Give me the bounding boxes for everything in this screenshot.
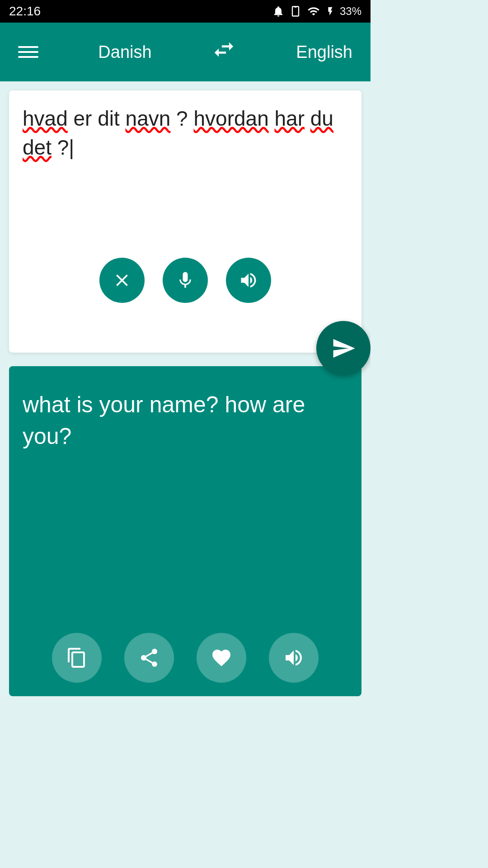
word-det: det: [23, 136, 52, 159]
time: 22:16: [9, 4, 41, 19]
word-hvordan: hvordan: [193, 107, 268, 130]
output-action-buttons: [23, 633, 348, 683]
output-text: what is your name? how are you?: [23, 389, 348, 615]
word-punct1: ?: [176, 107, 193, 130]
app-header: Danish English: [0, 23, 371, 81]
translate-button[interactable]: [316, 321, 371, 375]
cursor-char: ?|: [57, 136, 75, 159]
heart-icon: [211, 647, 232, 669]
copy-button[interactable]: [52, 633, 102, 683]
output-panel: what is your name? how are you?: [9, 366, 361, 696]
input-text[interactable]: hvad er dit navn ? hvordan har du det ?|: [23, 104, 348, 240]
swap-languages-button[interactable]: [211, 37, 236, 67]
share-button[interactable]: [124, 633, 174, 683]
microphone-button[interactable]: [163, 258, 208, 303]
status-bar: 22:16 33%: [0, 0, 371, 23]
main-content: hvad er dit navn ? hvordan har du det ?|: [0, 81, 371, 705]
alarm-icon: [272, 5, 285, 18]
menu-button[interactable]: [18, 46, 38, 58]
sim-icon: [289, 5, 302, 18]
menu-icon-line2: [18, 51, 38, 53]
swap-icon: [211, 37, 236, 62]
word-du: du: [310, 107, 333, 130]
speak-input-icon: [239, 270, 258, 290]
speak-input-button[interactable]: [226, 258, 271, 303]
favorite-button[interactable]: [197, 633, 246, 683]
speak-output-button[interactable]: [269, 633, 319, 683]
input-panel[interactable]: hvad er dit navn ? hvordan har du det ?|: [9, 90, 361, 353]
copy-icon: [66, 647, 88, 669]
word-navn: navn: [126, 107, 171, 130]
input-action-buttons: [23, 258, 348, 307]
menu-icon-line1: [18, 46, 38, 48]
status-icons: 33%: [272, 5, 361, 18]
charging-icon: [325, 5, 335, 18]
menu-icon-line3: [18, 56, 38, 58]
input-wrapper: hvad er dit navn ? hvordan har du det ?|: [9, 90, 361, 353]
share-icon: [138, 647, 160, 669]
clear-icon: [112, 270, 132, 290]
word-hvad: hvad: [23, 107, 68, 130]
send-icon: [331, 336, 356, 361]
target-language[interactable]: English: [296, 42, 352, 62]
signal-icon: [306, 5, 321, 18]
microphone-icon: [175, 270, 195, 290]
word-har: har: [275, 107, 305, 130]
source-language[interactable]: Danish: [98, 42, 151, 62]
speak-output-icon: [283, 647, 305, 669]
battery-text: 33%: [340, 5, 361, 18]
clear-button[interactable]: [99, 258, 145, 303]
word-er: er dit: [74, 107, 126, 130]
